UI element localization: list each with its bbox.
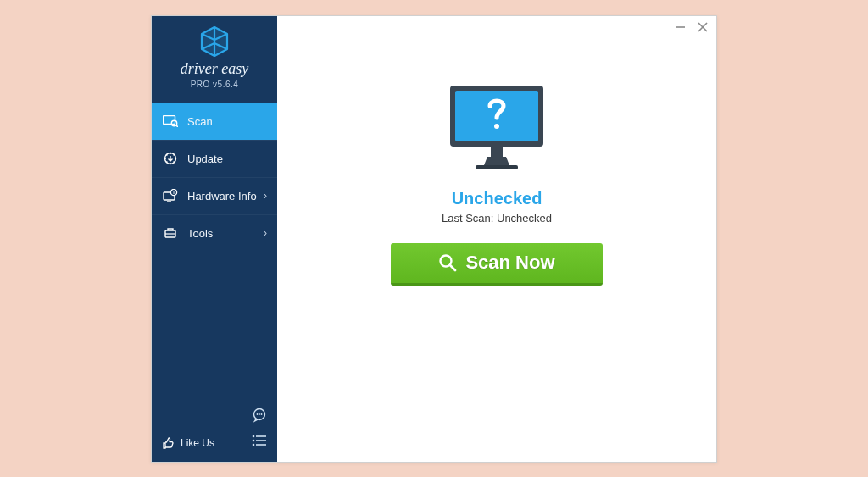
app-logo-icon: [198, 25, 231, 58]
sidebar-item-label: Scan: [187, 115, 213, 128]
svg-rect-26: [491, 147, 503, 157]
scan-button-label: Scan Now: [465, 252, 554, 274]
sidebar: driver easy PRO v5.6.4 Scan: [152, 16, 277, 462]
scan-now-button[interactable]: Scan Now: [391, 243, 603, 286]
monitor-illustration: [442, 80, 552, 177]
sidebar-bottom: Like Us: [152, 399, 277, 462]
svg-point-27: [494, 124, 499, 129]
menu-list-icon[interactable]: [252, 435, 267, 450]
scan-icon: [162, 115, 179, 127]
chevron-right-icon: ›: [264, 190, 267, 202]
thumbs-up-icon: [162, 436, 175, 450]
sidebar-item-scan[interactable]: Scan: [152, 103, 277, 140]
main-panel: Unchecked Last Scan: Unchecked Scan Now: [277, 16, 716, 462]
tools-icon: [162, 226, 179, 240]
svg-line-4: [176, 125, 178, 127]
status-title: Unchecked: [452, 189, 542, 208]
sidebar-item-label: Tools: [187, 227, 213, 240]
sidebar-item-label: Hardware Info: [187, 190, 257, 202]
close-button[interactable]: [698, 21, 708, 34]
svg-point-13: [261, 413, 263, 415]
sidebar-item-update[interactable]: Update: [152, 140, 277, 177]
svg-point-14: [253, 435, 255, 437]
status-subtitle: Last Scan: Unchecked: [442, 212, 552, 225]
chevron-right-icon: ›: [264, 227, 267, 239]
sidebar-item-hardware-info[interactable]: i Hardware Info ›: [152, 177, 277, 214]
brand-name: driver easy: [181, 60, 248, 78]
svg-rect-25: [476, 165, 518, 169]
svg-point-3: [171, 120, 176, 125]
app-window: driver easy PRO v5.6.4 Scan: [151, 15, 717, 463]
window-controls: [676, 21, 708, 34]
svg-point-16: [253, 439, 255, 441]
update-gear-icon: [162, 152, 179, 165]
svg-rect-2: [164, 116, 175, 125]
scan-content: Unchecked Last Scan: Unchecked Scan Now: [391, 80, 603, 286]
hardware-info-icon: i: [162, 189, 179, 202]
feedback-icon[interactable]: [252, 408, 267, 426]
like-us-label: Like Us: [181, 437, 214, 449]
like-us-button[interactable]: Like Us: [162, 436, 214, 450]
svg-point-11: [257, 413, 259, 415]
sidebar-item-tools[interactable]: Tools ›: [152, 214, 277, 252]
sidebar-item-label: Update: [187, 153, 223, 165]
sidebar-corner-icons: [252, 408, 267, 450]
magnifier-icon: [438, 253, 457, 272]
brand-block: driver easy PRO v5.6.4: [152, 16, 277, 97]
sidebar-nav: Scan Update: [152, 103, 277, 252]
svg-point-12: [259, 413, 260, 415]
svg-point-18: [253, 443, 255, 446]
svg-line-29: [450, 265, 455, 270]
minimize-button[interactable]: [676, 21, 686, 34]
brand-version: PRO v5.6.4: [191, 80, 239, 89]
